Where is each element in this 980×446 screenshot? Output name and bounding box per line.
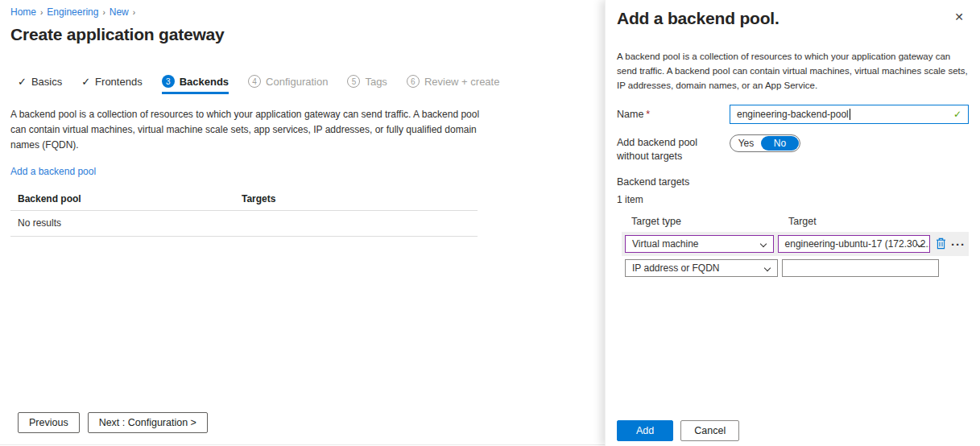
backend-targets-label: Backend targets — [617, 176, 969, 188]
column-header-target: Target — [788, 216, 817, 227]
panel-title: Add a backend pool. — [617, 9, 779, 28]
column-header-target-type: Target type — [631, 216, 788, 227]
required-asterisk: * — [646, 109, 650, 120]
tab-tags[interactable]: 5 Tags — [347, 75, 387, 94]
check-icon: ✓ — [81, 76, 90, 88]
cancel-button[interactable]: Cancel — [680, 420, 739, 441]
target-type-value: Virtual machine — [632, 238, 699, 250]
text-cursor — [850, 109, 850, 120]
step-number-badge: 3 — [162, 75, 175, 88]
breadcrumb-new[interactable]: New — [110, 6, 129, 18]
step-number-badge: 4 — [248, 75, 261, 88]
name-input[interactable]: engineering-backend-pool ✓ — [730, 105, 969, 124]
without-targets-label: Add backend pool without targets — [617, 133, 730, 163]
target-type-select[interactable]: IP address or FQDN — [625, 259, 778, 277]
add-button[interactable]: Add — [617, 420, 673, 441]
panel-header: Add a backend pool. ✕ — [617, 8, 969, 28]
toggle-wrap: Yes No — [730, 133, 969, 163]
panel-footer: Add Cancel — [617, 420, 739, 441]
step-number-badge: 5 — [347, 75, 360, 88]
tab-configuration[interactable]: 4 Configuration — [248, 75, 328, 94]
column-header-targets: Targets — [242, 193, 275, 204]
name-row: Name* engineering-backend-pool ✓ — [617, 105, 969, 124]
tab-label: Frontends — [95, 76, 143, 88]
close-icon[interactable]: ✕ — [949, 8, 969, 26]
wizard-footer: Previous Next : Configuration > — [18, 412, 208, 433]
add-backend-pool-link[interactable]: Add a backend pool — [10, 166, 96, 177]
tab-label: Basics — [31, 76, 62, 88]
tab-label: Backends — [180, 76, 229, 88]
toggle-option-no[interactable]: No — [761, 136, 799, 151]
previous-button[interactable]: Previous — [18, 412, 80, 433]
tab-label: Review + create — [424, 76, 500, 88]
tab-frontends[interactable]: ✓ Frontends — [81, 76, 142, 94]
target-input[interactable] — [782, 259, 939, 277]
tab-basics[interactable]: ✓ Basics — [18, 76, 62, 94]
breadcrumb-engineering[interactable]: Engineering — [47, 6, 98, 18]
name-field-wrap: engineering-backend-pool ✓ — [730, 105, 969, 124]
target-row: IP address or FQDN — [622, 256, 969, 280]
backend-pool-form: Name* engineering-backend-pool ✓ Add bac… — [617, 105, 969, 280]
tab-label: Tags — [365, 76, 387, 88]
tab-backends[interactable]: 3 Backends — [162, 75, 229, 94]
tab-label: Configuration — [266, 76, 328, 88]
backend-pool-table: Backend pool Targets No results — [10, 188, 478, 237]
target-type-select[interactable]: Virtual machine — [625, 235, 774, 253]
name-label-text: Name — [617, 109, 643, 120]
add-backend-pool-panel: Add a backend pool. ✕ A backend pool is … — [605, 0, 980, 446]
table-header-row: Backend pool Targets — [10, 188, 478, 210]
page-title: Create application gateway — [10, 25, 589, 44]
target-row: Virtual machine engineering-ubuntu-17 (1… — [622, 232, 969, 256]
delete-row-icon[interactable] — [936, 237, 946, 250]
yes-no-toggle[interactable]: Yes No — [730, 134, 800, 152]
name-label: Name* — [617, 105, 730, 124]
main-content: Home › Engineering › New › Create applic… — [0, 0, 605, 446]
breadcrumb: Home › Engineering › New › — [10, 6, 589, 18]
item-count: 1 item — [617, 194, 969, 205]
bottom-divider — [0, 444, 605, 445]
target-type-value: IP address or FQDN — [632, 262, 719, 274]
next-configuration-button[interactable]: Next : Configuration > — [88, 412, 208, 433]
wizard-tabs: ✓ Basics ✓ Frontends 3 Backends 4 Config… — [18, 75, 589, 94]
target-select[interactable]: engineering-ubuntu-17 (172.30.2... — [778, 235, 930, 253]
chevron-right-icon: › — [133, 7, 135, 17]
chevron-down-icon — [759, 241, 766, 247]
step-number-badge: 6 — [407, 75, 420, 88]
toggle-option-yes[interactable]: Yes — [731, 138, 761, 149]
table-empty-row: No results — [10, 210, 478, 237]
without-targets-row: Add backend pool without targets Yes No — [617, 133, 969, 163]
name-input-value: engineering-backend-pool — [737, 109, 849, 120]
check-icon: ✓ — [18, 76, 27, 88]
valid-check-icon: ✓ — [953, 109, 961, 120]
backends-description: A backend pool is a collection of resour… — [10, 107, 484, 154]
app-root: Home › Engineering › New › Create applic… — [0, 0, 980, 446]
more-options-icon[interactable]: ··· — [951, 240, 966, 248]
target-columns-header: Target type Target — [631, 216, 969, 227]
chevron-right-icon: › — [102, 7, 105, 17]
chevron-down-icon — [764, 265, 771, 271]
chevron-right-icon: › — [40, 7, 43, 17]
panel-description: A backend pool is a collection of resour… — [617, 50, 971, 93]
target-rows: Virtual machine engineering-ubuntu-17 (1… — [622, 232, 969, 280]
target-value: engineering-ubuntu-17 (172.30.2... — [785, 238, 930, 250]
breadcrumb-home[interactable]: Home — [10, 6, 36, 18]
tab-review-create[interactable]: 6 Review + create — [407, 75, 500, 94]
column-header-backend-pool: Backend pool — [18, 193, 242, 204]
